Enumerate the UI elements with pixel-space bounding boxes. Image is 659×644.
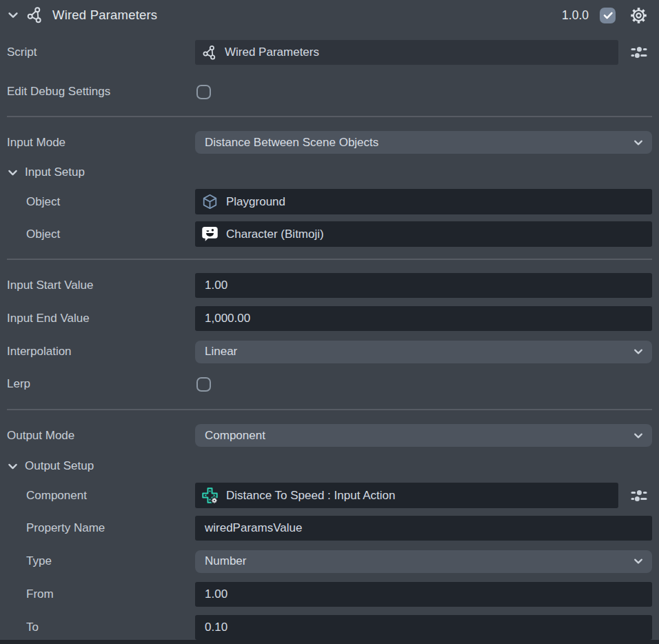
object-reference-field[interactable]: Character (Bitmoji) [195, 221, 652, 247]
input-end-label: Input End Value [0, 312, 193, 325]
interpolation-dropdown[interactable]: Linear [195, 341, 652, 363]
field-row-type: Type Number [0, 550, 659, 573]
lerp-checkbox[interactable] [196, 377, 211, 392]
to-label: To [0, 621, 193, 634]
field-row-input-mode: Input Mode Distance Between Scene Object… [0, 131, 659, 154]
field-row-script: Script Wired Parameters [0, 40, 659, 65]
scene-object-cube-icon [201, 192, 219, 211]
section-divider [7, 409, 652, 410]
component-header: Wired Parameters 1.0.0 [0, 0, 659, 30]
type-dropdown[interactable]: Number [195, 550, 652, 573]
to-value-field[interactable]: 0.10 [195, 615, 652, 640]
interpolation-value: Linear [205, 345, 237, 359]
chevron-down-icon [633, 430, 644, 441]
input-start-value: 1.00 [205, 279, 227, 292]
edit-debug-label: Edit Debug Settings [0, 85, 193, 99]
chevron-down-icon [7, 461, 19, 472]
script-label: Script [0, 46, 193, 59]
property-name-field[interactable]: wiredParamsValue [195, 516, 652, 541]
script-picker-button[interactable] [618, 46, 659, 59]
section-divider [7, 259, 652, 260]
field-row-object-1: Object Playground [0, 189, 659, 214]
script-graph-icon [202, 45, 218, 61]
field-row-output-mode: Output Mode Component [0, 424, 659, 447]
section-divider [7, 116, 652, 117]
enabled-checkbox[interactable] [600, 8, 616, 23]
collapse-chevron-icon[interactable] [7, 9, 19, 21]
script-graph-icon [26, 6, 44, 24]
type-value: Number [205, 554, 246, 568]
output-mode-value: Component [205, 429, 265, 443]
from-value-field[interactable]: 1.00 [195, 582, 652, 607]
object-label: Object [0, 195, 193, 209]
interpolation-label: Interpolation [0, 345, 193, 359]
script-asset-field[interactable]: Wired Parameters [195, 40, 618, 65]
connections-picker-icon [630, 490, 648, 502]
input-start-label: Input Start Value [0, 279, 193, 292]
field-row-from: From 1.00 [0, 582, 659, 607]
output-setup-header[interactable]: Output Setup [0, 458, 659, 474]
object-reference-name: Playground [226, 195, 285, 209]
output-mode-dropdown[interactable]: Component [195, 424, 652, 447]
input-mode-dropdown[interactable]: Distance Between Scene Objects [195, 131, 652, 154]
panel-bottom-edge [0, 640, 659, 644]
to-value: 0.10 [205, 621, 227, 634]
chevron-down-icon [633, 556, 644, 567]
field-row-to: To 0.10 [0, 614, 659, 640]
component-reference-field[interactable]: Distance To Speed : Input Action [195, 483, 618, 508]
component-reference-name: Distance To Speed : Input Action [226, 489, 395, 503]
object-reference-field[interactable]: Playground [195, 189, 652, 214]
input-start-value-field[interactable]: 1.00 [195, 273, 652, 298]
output-mode-label: Output Mode [0, 429, 193, 443]
input-end-value: 1,000.00 [205, 312, 250, 325]
chevron-down-icon [633, 137, 644, 148]
field-row-component: Component Distance To Speed : Input Acti… [0, 483, 659, 508]
gear-icon[interactable] [629, 6, 648, 25]
version-label: 1.0.0 [562, 8, 589, 23]
component-title: Wired Parameters [52, 8, 157, 23]
chevron-down-icon [633, 346, 644, 357]
input-mode-label: Input Mode [0, 136, 193, 150]
object-reference-name: Character (Bitmoji) [226, 228, 324, 241]
object-label: Object [0, 228, 193, 241]
from-label: From [0, 587, 193, 601]
field-row-input-start: Input Start Value 1.00 [0, 273, 659, 298]
from-value: 1.00 [205, 587, 227, 601]
property-name-label: Property Name [0, 521, 193, 535]
output-setup-label: Output Setup [25, 459, 94, 473]
field-row-lerp: Lerp [0, 376, 659, 392]
input-setup-label: Input Setup [25, 165, 85, 179]
input-setup-header[interactable]: Input Setup [0, 164, 659, 181]
bitmoji-icon [201, 225, 219, 243]
input-mode-value: Distance Between Scene Objects [205, 136, 378, 150]
inspector-panel: Wired Parameters 1.0.0 Script Wired Para… [0, 0, 659, 644]
field-row-edit-debug: Edit Debug Settings [0, 82, 659, 101]
script-asset-name: Wired Parameters [225, 46, 319, 59]
field-row-interpolation: Interpolation Linear [0, 340, 659, 363]
component-label: Component [0, 489, 193, 503]
field-row-property-name: Property Name wiredParamsValue [0, 516, 659, 541]
type-label: Type [0, 554, 193, 568]
component-icon [201, 486, 219, 505]
edit-debug-checkbox[interactable] [196, 85, 211, 99]
connections-picker-icon [630, 46, 648, 59]
component-picker-button[interactable] [618, 490, 659, 502]
lerp-label: Lerp [0, 377, 193, 391]
field-row-object-2: Object Character (Bitmoji) [0, 221, 659, 247]
property-name-value: wiredParamsValue [205, 521, 302, 535]
input-end-value-field[interactable]: 1,000.00 [195, 306, 652, 331]
field-row-input-end: Input End Value 1,000.00 [0, 306, 659, 331]
chevron-down-icon [7, 167, 19, 179]
